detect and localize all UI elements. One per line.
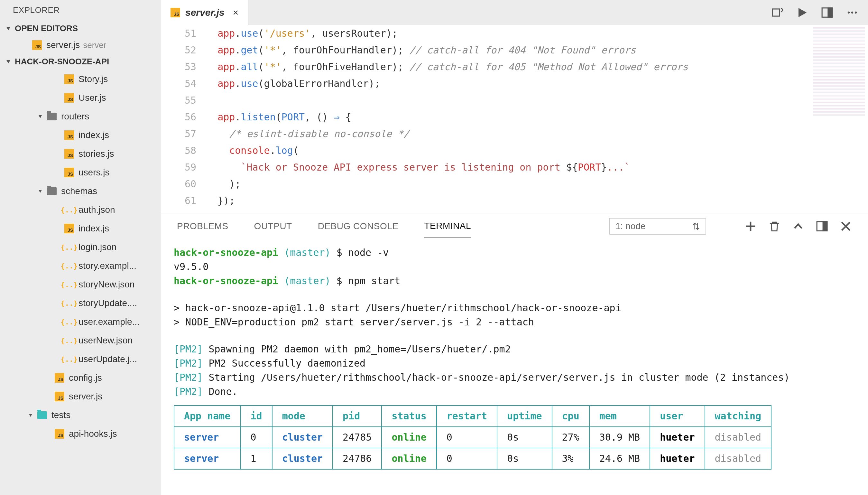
trash-icon[interactable] (768, 220, 780, 233)
json-file-icon: {..} (64, 242, 74, 252)
js-file-icon: JS (55, 373, 64, 383)
table-cell: 1 (241, 448, 272, 469)
js-file-icon: JS (171, 8, 180, 17)
table-header-cell: watching (705, 406, 772, 427)
table-cell: disabled (705, 448, 772, 469)
table-cell: 30.9 MB (589, 427, 650, 448)
file-config-js[interactable]: JSconfig.js (0, 369, 161, 387)
project-label: HACK-OR-SNOOZE-API (15, 57, 109, 67)
js-file-icon: JS (64, 74, 74, 84)
chevron-down-icon (6, 60, 10, 63)
table-cell: 27% (552, 427, 589, 448)
table-cell: hueter (650, 427, 705, 448)
file-schemas-userupdate[interactable]: {..}userUpdate.j... (0, 350, 161, 369)
svg-rect-10 (823, 222, 827, 231)
file-api-hooks[interactable]: JSapi-hooks.js (0, 425, 161, 443)
terminal-line: hack-or-snooze-api (master) $ node -v (174, 245, 855, 260)
svg-rect-0 (773, 9, 780, 16)
panel-position-icon[interactable] (816, 220, 828, 233)
file-routers-users[interactable]: JSusers.js (0, 163, 161, 182)
svg-rect-3 (828, 8, 832, 17)
table-header-cell: status (382, 406, 436, 427)
folder-schemas[interactable]: schemas (0, 182, 161, 201)
file-schemas-userexample[interactable]: {..}user.example... (0, 312, 161, 331)
chevron-up-icon[interactable] (792, 220, 804, 233)
json-file-icon: {..} (64, 336, 74, 345)
svg-point-5 (851, 12, 853, 14)
tab-problems[interactable]: PROBLEMS (177, 215, 228, 238)
new-terminal-icon[interactable] (744, 220, 757, 233)
file-schemas-authjson[interactable]: {..}auth.json (0, 201, 161, 219)
preview-icon[interactable] (771, 6, 783, 19)
main-area: JS server.js × 5152535455565758596061 ap… (161, 0, 868, 495)
table-cell: online (382, 427, 436, 448)
open-editor-dir: server (83, 40, 106, 50)
file-schemas-loginjson[interactable]: {..}login.json (0, 238, 161, 257)
split-editor-icon[interactable] (821, 6, 833, 19)
terminal-line: [PM2] Done. (174, 385, 855, 399)
terminal-line: [PM2] PM2 Successfully daemonized (174, 356, 855, 371)
tab-terminal[interactable]: TERMINAL (424, 214, 471, 238)
open-editors-label: OPEN EDITORS (15, 23, 78, 33)
json-file-icon: {..} (64, 261, 74, 271)
json-file-icon: {..} (64, 317, 74, 327)
spacer (174, 329, 855, 342)
code-content: app.use('/users', usersRouter); app.get(… (206, 25, 868, 213)
folder-icon (37, 411, 47, 419)
chevron-down-icon (39, 190, 42, 193)
table-cell: server (174, 448, 241, 469)
file-schemas-indexjs[interactable]: JSindex.js (0, 219, 161, 238)
table-header-cell: mem (589, 406, 650, 427)
file-schemas-storyupdate[interactable]: {..}storyUpdate.... (0, 294, 161, 312)
pm2-table: App nameidmodepidstatusrestartuptimecpum… (174, 405, 772, 470)
minimap[interactable] (813, 26, 865, 116)
json-file-icon: {..} (64, 280, 74, 289)
close-icon[interactable]: × (233, 7, 239, 18)
folder-tests[interactable]: tests (0, 406, 161, 425)
table-cell: 0 (241, 427, 272, 448)
close-panel-icon[interactable] (840, 220, 852, 233)
table-cell: 24.6 MB (589, 448, 650, 469)
file-server-js[interactable]: JSserver.js (0, 387, 161, 406)
table-cell: disabled (705, 427, 772, 448)
more-icon[interactable] (846, 6, 858, 19)
file-story-js[interactable]: JSStory.js (0, 70, 161, 88)
bottom-panel: PROBLEMS OUTPUT DEBUG CONSOLE TERMINAL 1… (161, 213, 868, 495)
project-section[interactable]: HACK-OR-SNOOZE-API (0, 53, 161, 70)
table-row: server1cluster24786online00s3%24.6 MBhue… (174, 448, 771, 469)
table-header-cell: App name (174, 406, 241, 427)
open-editor-item[interactable]: JS server.js server (0, 37, 161, 53)
play-icon[interactable] (796, 6, 808, 19)
tabbar-actions (771, 6, 868, 19)
file-user-js[interactable]: JSUser.js (0, 88, 161, 107)
table-cell: 0s (497, 448, 552, 469)
tab-server-js[interactable]: JS server.js × (161, 0, 248, 25)
open-editor-name: server.js (46, 40, 80, 50)
table-header-cell: pid (333, 406, 382, 427)
js-file-icon: JS (64, 168, 74, 177)
table-header-cell: cpu (552, 406, 589, 427)
table-cell: server (174, 427, 241, 448)
table-header-row: App nameidmodepidstatusrestartuptimecpum… (174, 406, 771, 427)
open-editors-section[interactable]: OPEN EDITORS (0, 20, 161, 37)
json-file-icon: {..} (64, 354, 74, 364)
file-schemas-storynew[interactable]: {..}storyNew.json (0, 275, 161, 294)
file-routers-index[interactable]: JSindex.js (0, 126, 161, 144)
sidebar-title: EXPLORER (0, 0, 161, 20)
table-header-cell: restart (437, 406, 497, 427)
file-schemas-storyexample[interactable]: {..}story.exampl... (0, 257, 161, 275)
folder-icon (47, 187, 57, 195)
file-schemas-usernew[interactable]: {..}userNew.json (0, 331, 161, 350)
terminal-output[interactable]: hack-or-snooze-api (master) $ node -v v9… (161, 239, 868, 495)
table-header-cell: mode (272, 406, 333, 427)
json-file-icon: {..} (64, 205, 74, 215)
folder-routers[interactable]: routers (0, 107, 161, 126)
js-file-icon: JS (64, 224, 74, 233)
file-routers-stories[interactable]: JSstories.js (0, 144, 161, 163)
terminal-selector[interactable]: 1: node ⇅ (609, 218, 706, 235)
table-cell: 24785 (333, 427, 382, 448)
terminal-line: [PM2] Spawning PM2 daemon with pm2_home=… (174, 342, 855, 356)
code-editor[interactable]: 5152535455565758596061 app.use('/users',… (161, 25, 868, 213)
tab-output[interactable]: OUTPUT (254, 215, 292, 238)
tab-debug-console[interactable]: DEBUG CONSOLE (318, 215, 398, 238)
